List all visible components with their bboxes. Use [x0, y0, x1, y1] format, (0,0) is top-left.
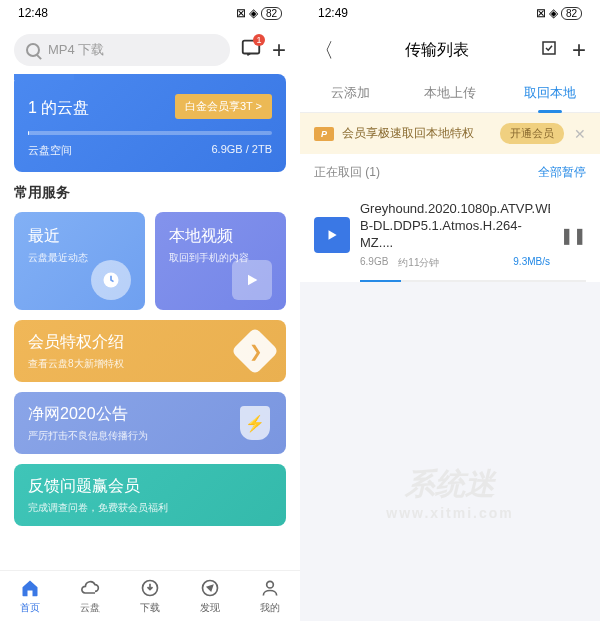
content: 1 的云盘 白金会员享3T > 云盘空间 6.9GB / 2TB 常用服务 最近… [0, 74, 300, 570]
select-button[interactable] [540, 39, 558, 61]
nav-cloud[interactable]: 云盘 [79, 577, 101, 615]
clean-tile[interactable]: 净网2020公告 严厉打击不良信息传播行为 ⚡ [14, 392, 286, 454]
section-title: 常用服务 [14, 184, 286, 202]
nav-label: 发现 [200, 601, 220, 615]
empty-area: 系统迷 www.xitmi.com [300, 282, 600, 621]
watermark: 系统迷 www.xitmi.com [386, 464, 513, 521]
status-bar: 12:49 ⊠ ◈ 82 [300, 0, 600, 26]
wifi-icon: ◈ [249, 6, 258, 20]
status-icons: ⊠ ◈ 82 [236, 6, 282, 20]
task-header: 正在取回 (1) 全部暂停 [300, 154, 600, 191]
storage-usage: 6.9GB / 2TB [211, 143, 272, 158]
recent-tile[interactable]: 最近 云盘最近动态 [14, 212, 145, 310]
chevron-down-icon: ❯ [238, 334, 272, 368]
phone-right: 12:49 ⊠ ◈ 82 〈 传输列表 + 云添加 本地上传 取回本地 P 会员… [300, 0, 600, 621]
cloud-icon [79, 577, 101, 599]
tile-title: 最近 [28, 226, 131, 247]
nav-label: 云盘 [80, 601, 100, 615]
vip-banner: P 会员享极速取回本地特权 开通会员 ✕ [300, 113, 600, 154]
pause-all-button[interactable]: 全部暂停 [538, 164, 586, 181]
alarm-icon: ⊠ [236, 6, 246, 20]
tile-title: 净网2020公告 [28, 404, 148, 425]
task-name: Greyhound.2020.1080p.ATVP.WE B-DL.DDP5.1… [360, 201, 550, 252]
storage-info: 云盘空间 6.9GB / 2TB [28, 143, 272, 158]
nav-discover[interactable]: 发现 [199, 577, 221, 615]
local-video-tile[interactable]: 本地视频 取回到手机的内容 [155, 212, 286, 310]
nav-bar: 首页 云盘 下载 发现 我的 [0, 570, 300, 621]
vip-button[interactable]: 白金会员享3T > [175, 94, 272, 119]
close-banner-button[interactable]: ✕ [574, 126, 586, 142]
status-icons: ⊠ ◈ 82 [536, 6, 582, 20]
status-time: 12:48 [18, 6, 48, 20]
add-button[interactable]: + [272, 36, 286, 64]
vip-logo-icon: P [314, 127, 334, 141]
watermark-title: 系统迷 [386, 464, 513, 505]
task-size: 6.9GB [360, 256, 388, 270]
tile-sub: 查看云盘8大新增特权 [28, 357, 124, 371]
home-icon [19, 577, 41, 599]
tasks-count: 正在取回 (1) [314, 164, 380, 181]
nav-label: 下载 [140, 601, 160, 615]
watermark-url: www.xitmi.com [386, 505, 513, 521]
folder-tab-icon [14, 74, 74, 80]
badge: 1 [253, 34, 265, 46]
page-title: 传输列表 [405, 40, 469, 61]
tab-fetch-local[interactable]: 取回本地 [500, 74, 600, 112]
cloud-storage-card[interactable]: 1 的云盘 白金会员享3T > 云盘空间 6.9GB / 2TB [14, 74, 286, 172]
tile-title: 本地视频 [169, 226, 272, 247]
messages-button[interactable]: 1 [240, 37, 262, 63]
search-icon [26, 43, 40, 57]
wifi-icon: ◈ [549, 6, 558, 20]
tab-cloud-add[interactable]: 云添加 [300, 74, 400, 112]
status-time: 12:49 [318, 6, 348, 20]
status-bar: 12:48 ⊠ ◈ 82 [0, 0, 300, 26]
search-input[interactable]: MP4 下载 [14, 34, 230, 66]
nav-download[interactable]: 下载 [139, 577, 161, 615]
play-icon [232, 260, 272, 300]
tab-local-upload[interactable]: 本地上传 [400, 74, 500, 112]
tile-sub: 完成调查问卷，免费获会员福利 [28, 501, 168, 515]
clock-icon [91, 260, 131, 300]
back-button[interactable]: 〈 [314, 37, 334, 64]
video-thumb-icon [314, 217, 350, 253]
tile-title: 会员特权介绍 [28, 332, 124, 353]
phone-left: 12:48 ⊠ ◈ 82 MP4 下载 1 + 1 的云盘 白金会员享3T > … [0, 0, 300, 621]
tile-sub: 严厉打击不良信息传播行为 [28, 429, 148, 443]
shield-icon: ⚡ [238, 406, 272, 440]
compass-icon [199, 577, 221, 599]
vip-text: 会员享极速取回本地特权 [342, 125, 474, 142]
user-icon [259, 577, 281, 599]
battery-icon: 82 [261, 7, 282, 20]
nav-label: 首页 [20, 601, 40, 615]
nav-me[interactable]: 我的 [259, 577, 281, 615]
open-vip-button[interactable]: 开通会员 [500, 123, 564, 144]
search-placeholder: MP4 下载 [48, 41, 104, 59]
task-speed: 9.3MB/s [513, 256, 550, 270]
storage-progress [28, 131, 272, 135]
header: MP4 下载 1 + [0, 26, 300, 74]
add-button[interactable]: + [572, 36, 586, 64]
battery-icon: 82 [561, 7, 582, 20]
title-bar: 〈 传输列表 + [300, 26, 600, 74]
vip-intro-tile[interactable]: 会员特权介绍 查看云盘8大新增特权 ❯ [14, 320, 286, 382]
alarm-icon: ⊠ [536, 6, 546, 20]
tile-title: 反馈问题赢会员 [28, 476, 168, 497]
task-item[interactable]: Greyhound.2020.1080p.ATVP.WE B-DL.DDP5.1… [300, 191, 600, 280]
download-icon [139, 577, 161, 599]
tabs: 云添加 本地上传 取回本地 [300, 74, 600, 113]
pause-button[interactable]: ❚❚ [560, 226, 586, 245]
nav-home[interactable]: 首页 [19, 577, 41, 615]
svg-point-4 [267, 581, 274, 588]
feedback-tile[interactable]: 反馈问题赢会员 完成调查问卷，免费获会员福利 [14, 464, 286, 526]
storage-label: 云盘空间 [28, 143, 72, 158]
nav-label: 我的 [260, 601, 280, 615]
task-eta: 约11分钟 [398, 256, 439, 270]
